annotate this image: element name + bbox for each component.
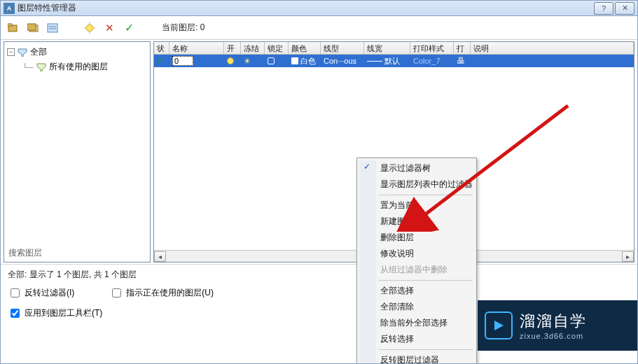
- ctx-separator: [379, 280, 473, 281]
- new-group-filter-icon[interactable]: [26, 20, 41, 36]
- help-button-titlebar[interactable]: ?: [594, 2, 613, 15]
- tree-child[interactable]: └─ 所有使用的图层: [7, 59, 147, 74]
- indicate-in-use-checkbox[interactable]: 指示正在使用的图层(U): [109, 286, 214, 300]
- ctx-edit-desc[interactable]: 修改说明: [359, 246, 474, 262]
- col-desc[interactable]: 说明: [471, 42, 634, 54]
- lweight-cell[interactable]: 默认: [384, 56, 400, 66]
- ctx-select-all-but[interactable]: 除当前外全部选择: [359, 315, 474, 331]
- pstyle-cell: Color_7: [410, 57, 454, 65]
- tree-root-label: 全部: [30, 46, 47, 58]
- ctx-invert-sel[interactable]: 反转选择: [359, 331, 474, 347]
- layer-manager-window: A 图层特性管理器 ? ✕ ✕ ✓ 当前图层: 0: [0, 0, 638, 364]
- filter-all-icon: [18, 48, 27, 57]
- grid-header[interactable]: 状 名称 开 冻结 锁定 颜色 线型 线宽 打印样式 打 说明: [154, 42, 634, 55]
- tree-root[interactable]: − 全部: [7, 45, 147, 59]
- current-layer-label: 当前图层: 0: [162, 22, 204, 34]
- apply-toolbar-input[interactable]: [11, 309, 20, 318]
- collapse-icon[interactable]: −: [7, 48, 15, 56]
- svg-point-7: [86, 24, 93, 31]
- svg-rect-3: [27, 24, 36, 30]
- ctx-select-all[interactable]: 全部选择: [359, 283, 474, 299]
- indicate-in-use-input[interactable]: [112, 288, 121, 298]
- watermark-overlay: 溜溜自学 zixue.3d66.com: [478, 300, 637, 351]
- svg-marker-12: [18, 49, 27, 57]
- ltype-cell[interactable]: Con···ous: [321, 57, 364, 65]
- layer-states-icon[interactable]: [46, 20, 61, 36]
- scroll-left-icon[interactable]: ◂: [154, 251, 166, 262]
- ctx-new-layer[interactable]: 新建图层: [359, 214, 474, 230]
- color-label: 白色: [300, 56, 316, 66]
- svg-marker-15: [494, 321, 504, 330]
- watermark-url: zixue.3d66.com: [520, 332, 587, 340]
- new-layer-icon[interactable]: [82, 20, 97, 36]
- col-freeze[interactable]: 冻结: [241, 42, 265, 54]
- col-on[interactable]: 开: [224, 42, 241, 54]
- layer-name-edit[interactable]: 0: [172, 56, 193, 66]
- ctx-separator: [379, 195, 473, 195]
- invert-filter-input[interactable]: [11, 288, 20, 298]
- apply-toolbar-checkbox[interactable]: 应用到图层工具栏(T): [8, 307, 102, 320]
- ctx-set-current[interactable]: 置为当前: [359, 197, 474, 214]
- delete-layer-icon[interactable]: ✕: [102, 20, 117, 36]
- svg-rect-4: [48, 24, 57, 32]
- svg-marker-13: [37, 64, 46, 71]
- state-current-icon: ✓: [157, 56, 164, 66]
- ctx-remove-from-group: 从组过滤器中删除: [359, 262, 474, 278]
- new-property-filter-icon[interactable]: [6, 20, 22, 36]
- table-row[interactable]: ✓ 0 ☀ 白色 Con···ous 默认 Color_7 🖶: [154, 55, 634, 67]
- color-swatch-icon[interactable]: [291, 57, 298, 64]
- tree-child-label: 所有使用的图层: [49, 61, 108, 73]
- options-row-1: 反转过滤器(I) 指示正在使用的图层(U): [1, 282, 637, 302]
- col-name[interactable]: 名称: [169, 42, 224, 54]
- watermark-brand: 溜溜自学: [520, 311, 587, 332]
- col-lock[interactable]: 锁定: [265, 42, 289, 54]
- col-ltype[interactable]: 线型: [321, 42, 364, 54]
- on-bulb-icon[interactable]: [227, 57, 234, 64]
- ctx-invert-layer-filter[interactable]: 反转图层过滤器: [359, 352, 474, 364]
- ctx-clear-all[interactable]: 全部清除: [359, 299, 474, 315]
- filter-used-icon: [36, 63, 46, 71]
- ctx-separator: [379, 349, 473, 350]
- lineweight-sample-icon: [367, 61, 382, 62]
- filter-tree[interactable]: − 全部 └─ 所有使用的图层: [4, 42, 150, 77]
- close-window-button[interactable]: ✕: [615, 2, 634, 15]
- col-pstyle[interactable]: 打印样式: [410, 42, 454, 54]
- set-current-icon[interactable]: ✓: [121, 20, 137, 36]
- filter-tree-pane: − 全部 └─ 所有使用的图层 搜索图层: [4, 41, 151, 262]
- col-color[interactable]: 颜色: [289, 42, 321, 54]
- body: − 全部 └─ 所有使用的图层 搜索图层: [1, 40, 637, 264]
- tree-branch-icon: └─: [22, 63, 34, 71]
- freeze-sun-icon[interactable]: ☀: [244, 57, 251, 66]
- col-state[interactable]: 状: [154, 42, 169, 54]
- context-menu[interactable]: 显示过滤器树 显示图层列表中的过滤器 置为当前 新建图层 删除图层 修改说明 从…: [356, 158, 477, 364]
- watermark-play-icon: [485, 312, 513, 340]
- ctx-show-filters-in-list[interactable]: 显示图层列表中的过滤器: [359, 176, 474, 192]
- toolbar: ✕ ✓ 当前图层: 0: [1, 16, 637, 40]
- ctx-show-filter-tree[interactable]: 显示过滤器树: [359, 160, 474, 176]
- titlebar[interactable]: A 图层特性管理器 ? ✕: [1, 1, 637, 16]
- app-icon: A: [4, 3, 15, 14]
- col-lwt[interactable]: 线宽: [364, 42, 410, 54]
- status-text: 全部: 显示了 1 个图层, 共 1 个图层: [1, 264, 637, 282]
- window-title: 图层特性管理器: [18, 2, 76, 14]
- printer-icon[interactable]: 🖶: [457, 56, 465, 66]
- search-layer-label[interactable]: 搜索图层: [8, 247, 42, 259]
- invert-filter-checkbox[interactable]: 反转过滤器(I): [8, 286, 74, 300]
- ctx-delete-layer[interactable]: 删除图层: [359, 230, 474, 246]
- svg-rect-1: [8, 24, 12, 26]
- col-print[interactable]: 打: [454, 42, 471, 54]
- lock-icon[interactable]: [268, 57, 275, 64]
- scroll-right-icon[interactable]: ▸: [622, 251, 634, 262]
